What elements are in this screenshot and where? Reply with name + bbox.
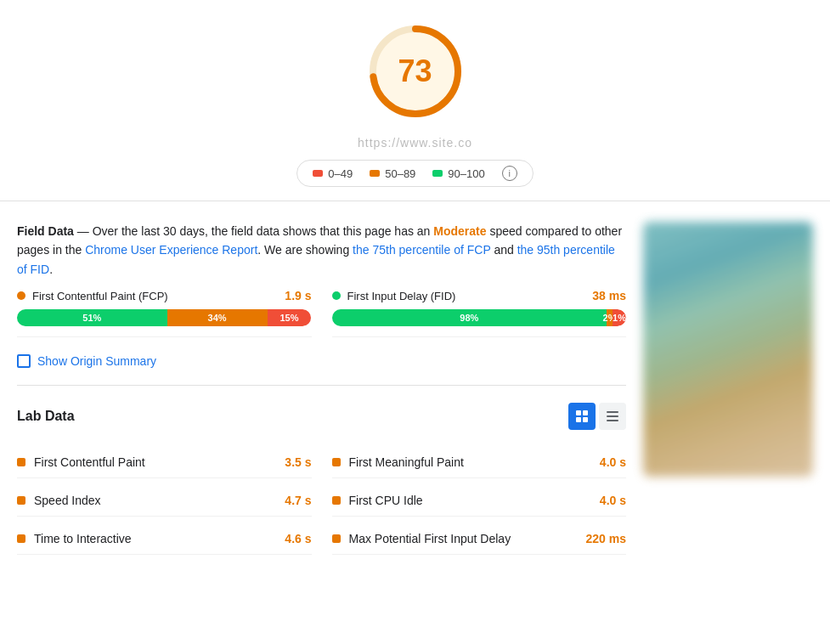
lab-fci-name: First CPU Idle: [349, 494, 591, 507]
fcp-bar-orange: 34%: [167, 309, 268, 326]
fcp-header: First Contentful Paint (FCP) 1.9 s: [17, 289, 312, 302]
lab-tti-dot: [17, 534, 25, 543]
lab-si-value: 4.7 s: [285, 494, 311, 507]
fcp-metric: First Contentful Paint (FCP) 1.9 s 51% 3…: [17, 289, 312, 337]
lab-data-title: Lab Data: [17, 409, 75, 424]
info-icon[interactable]: i: [502, 166, 517, 181]
lab-metric-si: Speed Index 4.7 s: [17, 485, 312, 517]
field-data-desc1: — Over the last 30 days, the field data …: [77, 224, 431, 238]
legend-dot-green: [432, 170, 443, 177]
field-data-desc5: .: [49, 263, 53, 276]
origin-label[interactable]: Show Origin Summary: [37, 354, 156, 368]
grid-icon: [575, 410, 589, 423]
lab-fmp-value: 4.0 s: [600, 455, 626, 469]
svg-rect-2: [576, 410, 581, 415]
score-circle: 73: [364, 20, 466, 122]
legend-dot-orange: [370, 170, 380, 177]
field-data-label: Field Data: [17, 224, 74, 238]
score-url: https://www.site.co: [358, 136, 472, 150]
score-value: 73: [398, 54, 432, 89]
grid-view-button[interactable]: [568, 403, 596, 430]
main-content: Field Data — Over the last 30 days, the …: [0, 201, 830, 555]
fid-header: First Input Delay (FID) 38 ms: [332, 289, 627, 302]
page-thumbnail: [643, 222, 813, 477]
lab-metric-fci: First CPU Idle 4.0 s: [332, 485, 627, 517]
origin-checkbox[interactable]: [17, 354, 31, 368]
fid-dot: [332, 291, 341, 300]
legend-dot-red: [313, 170, 323, 177]
lab-tti-value: 4.6 s: [285, 532, 311, 545]
lab-fmp-dot: [332, 458, 341, 466]
svg-rect-4: [576, 417, 581, 422]
chrome-uxr-link[interactable]: Chrome User Experience Report: [85, 243, 257, 257]
legend-label-green: 90–100: [448, 167, 484, 180]
lab-fci-dot: [332, 496, 341, 505]
lab-metrics-grid: First Contentful Paint 3.5 s First Meani…: [17, 447, 626, 555]
list-icon: [606, 410, 619, 423]
lab-si-dot: [17, 496, 25, 505]
lab-metric-tti: Time to Interactive 4.6 s: [17, 523, 312, 555]
svg-rect-7: [607, 415, 618, 417]
fid-bar-red: 1%: [613, 309, 626, 326]
lab-data-section: Lab Data: [17, 385, 626, 555]
list-view-button[interactable]: [599, 403, 626, 430]
show-origin-row[interactable]: Show Origin Summary: [17, 354, 626, 368]
page-wrapper: 73 https://www.site.co 0–49 50–89 90–100…: [0, 0, 830, 555]
lab-tti-name: Time to Interactive: [34, 532, 276, 545]
lab-metric-fmp: First Meaningful Paint 4.0 s: [332, 447, 627, 478]
lab-si-name: Speed Index: [34, 494, 276, 507]
view-toggle: [568, 403, 626, 430]
lab-fcp-dot: [17, 458, 25, 466]
svg-rect-8: [607, 420, 618, 421]
legend-item-green: 90–100: [432, 167, 484, 180]
fid-name: First Input Delay (FID): [347, 290, 586, 302]
lab-fcp-name: First Contentful Paint: [34, 455, 276, 469]
lab-mpfid-name: Max Potential First Input Delay: [349, 532, 578, 545]
fcp-name: First Contentful Paint (FCP): [32, 290, 278, 302]
svg-rect-6: [607, 411, 618, 413]
fcp-progress-bar: 51% 34% 15%: [17, 309, 312, 326]
lab-fmp-name: First Meaningful Paint: [349, 455, 591, 469]
fid-value: 38 ms: [592, 289, 626, 302]
fid-metric: First Input Delay (FID) 38 ms 98% 2% 1%: [332, 289, 627, 337]
left-panel: Field Data — Over the last 30 days, the …: [17, 222, 626, 555]
legend-item-orange: 50–89: [370, 167, 415, 180]
fcp-percentile-link[interactable]: the 75th percentile of FCP: [353, 243, 490, 257]
field-data-desc4: and: [494, 243, 513, 257]
lab-mpfid-value: 220 ms: [586, 532, 626, 545]
svg-rect-3: [583, 410, 588, 415]
lab-data-header: Lab Data: [17, 403, 626, 430]
right-panel: [643, 222, 813, 555]
score-legend: 0–49 50–89 90–100 i: [296, 160, 533, 187]
fcp-bar-red: 15%: [268, 309, 312, 326]
lab-metric-mpfid: Max Potential First Input Delay 220 ms: [332, 523, 627, 555]
svg-rect-5: [583, 417, 588, 422]
fcp-dot: [17, 291, 25, 300]
score-section: 73 https://www.site.co 0–49 50–89 90–100…: [0, 0, 830, 201]
fcp-bar-green: 51%: [17, 309, 167, 326]
fid-bar-orange: 2%: [607, 309, 613, 326]
moderate-badge: Moderate: [433, 224, 486, 238]
legend-item-red: 0–49: [313, 167, 353, 180]
lab-fcp-value: 3.5 s: [285, 455, 311, 469]
metrics-grid: First Contentful Paint (FCP) 1.9 s 51% 3…: [17, 289, 626, 337]
legend-label-orange: 50–89: [385, 167, 415, 180]
legend-label-red: 0–49: [328, 167, 353, 180]
fid-bar-green: 98%: [332, 309, 607, 326]
lab-mpfid-dot: [332, 534, 341, 543]
lab-fci-value: 4.0 s: [600, 494, 626, 507]
lab-metric-fcp: First Contentful Paint 3.5 s: [17, 447, 312, 478]
field-data-desc3: . We are showing: [257, 243, 349, 257]
field-data-header: Field Data — Over the last 30 days, the …: [17, 222, 626, 279]
fid-progress-bar: 98% 2% 1%: [332, 309, 627, 326]
fcp-value: 1.9 s: [285, 289, 311, 302]
